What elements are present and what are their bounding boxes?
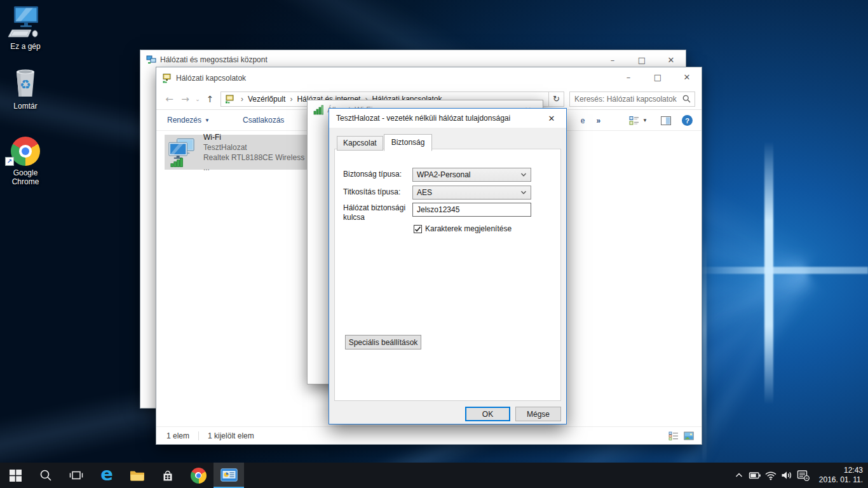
- search-input[interactable]: [570, 95, 682, 104]
- advanced-settings-button[interactable]: Speciális beállítások: [345, 335, 421, 349]
- window-title: Hálózati és megosztási központ: [160, 55, 268, 64]
- network-connections-window-icon: [162, 73, 172, 83]
- search-icon: [682, 95, 691, 103]
- edge-icon: e: [100, 465, 113, 484]
- taskbar-search-button[interactable]: [31, 463, 61, 488]
- breadcrumb-location-icon: [225, 95, 235, 104]
- file-explorer-icon: [129, 469, 146, 482]
- control-panel-icon: [220, 468, 238, 482]
- window-title: Hálózati kapcsolatok: [176, 74, 246, 83]
- wifi-status-window-icon: [313, 105, 323, 115]
- svg-text:♻: ♻: [20, 77, 31, 92]
- desktop-icon-google-chrome[interactable]: ↗ Google Chrome: [1, 130, 50, 186]
- recent-locations-chevron-icon[interactable]: ⌄: [193, 96, 202, 102]
- connect-button[interactable]: Csatlakozás: [243, 116, 284, 125]
- recycle-bin-icon: ♻: [1, 64, 50, 99]
- desktop-icon-this-pc[interactable]: Ez a gép: [1, 4, 50, 51]
- view-mode-icon[interactable]: [628, 115, 640, 126]
- taskbar-active-app-button[interactable]: [214, 463, 244, 488]
- status-bar: 1 elem 1 kijelölt elem: [156, 426, 702, 444]
- tab-kapcsolat[interactable]: Kapcsolat: [337, 136, 383, 151]
- wifi-connection-item[interactable]: Wi-Fi TesztHalozat Realtek RTL8188CE Wir…: [165, 135, 327, 170]
- wifi-icon[interactable]: [763, 463, 778, 488]
- sort-menu-button[interactable]: Rendezés: [167, 116, 201, 125]
- checkmark-icon: [414, 226, 421, 233]
- encryption-type-select[interactable]: AES: [412, 186, 531, 200]
- minimize-button[interactable]: –: [614, 67, 643, 86]
- clock-time: 12:43: [815, 466, 863, 475]
- ok-button[interactable]: OK: [465, 407, 510, 421]
- taskbar-chrome-button[interactable]: [183, 463, 214, 488]
- up-button[interactable]: ↑: [202, 94, 218, 104]
- taskbar-clock[interactable]: 12:43 2016. 01. 11.: [815, 466, 863, 485]
- covered-command-tail: e: [581, 116, 585, 125]
- view-mode-dropdown-icon[interactable]: ▼: [642, 118, 648, 123]
- this-pc-icon: [1, 4, 50, 39]
- close-button[interactable]: ✕: [672, 67, 702, 86]
- chevron-down-icon: [520, 189, 527, 196]
- volume-icon[interactable]: [778, 463, 794, 488]
- details-view-icon[interactable]: [668, 431, 679, 441]
- refresh-button[interactable]: ↻: [549, 92, 564, 107]
- search-box[interactable]: [569, 92, 695, 107]
- maximize-button[interactable]: □: [643, 67, 672, 86]
- hidden-icons-chevron-icon[interactable]: [731, 463, 747, 488]
- breadcrumb-separator-icon: ›: [238, 95, 247, 104]
- dialog-title: TesztHalozat - vezeték nélküli hálózat t…: [336, 114, 510, 123]
- desktop-icon-label: Ez a gép: [1, 42, 50, 51]
- encryption-type-label: Titkosítás típusa:: [343, 187, 410, 197]
- task-view-button[interactable]: [61, 463, 92, 488]
- chrome-icon: ↗: [1, 130, 50, 166]
- store-icon: [160, 468, 175, 483]
- cancel-button[interactable]: Mégse: [515, 407, 561, 421]
- screen: Ez a gép ♻ Lomtár ↗ Google Chrome: [0, 0, 868, 488]
- forward-button[interactable]: →: [177, 93, 193, 105]
- network-key-label: Hálózat biztonsági kulcsa: [343, 203, 410, 222]
- breadcrumb-item[interactable]: Vezérlőpult: [247, 95, 287, 104]
- security-type-select[interactable]: WPA2-Personal: [412, 168, 531, 182]
- back-button[interactable]: ←: [161, 93, 177, 105]
- breadcrumb-separator-icon: ›: [287, 95, 295, 104]
- selected-count: 1 kijelölt elem: [198, 431, 254, 440]
- task-view-icon: [69, 469, 84, 482]
- desktop-icon-recycle-bin[interactable]: ♻ Lomtár: [1, 64, 50, 111]
- wifi-adapter-icon: [167, 137, 198, 168]
- show-characters-label: Karakterek megjelenítése: [425, 224, 512, 233]
- command-bar-right: e » ▼ ?: [581, 110, 693, 131]
- system-tray: 12:43 2016. 01. 11.: [731, 463, 868, 488]
- network-key-input[interactable]: [412, 203, 531, 217]
- taskbar-store-button[interactable]: [153, 463, 183, 488]
- help-button[interactable]: ?: [682, 115, 693, 126]
- items-count: 1 elem: [166, 431, 189, 440]
- preview-pane-icon[interactable]: [660, 116, 672, 126]
- start-button[interactable]: [0, 463, 31, 488]
- security-type-value: WPA2-Personal: [413, 170, 520, 179]
- toolbar-overflow-button[interactable]: »: [596, 116, 600, 125]
- windows-logo-icon: [10, 470, 22, 482]
- show-characters-checkbox[interactable]: [414, 225, 422, 233]
- chevron-down-icon: [520, 172, 527, 178]
- tab-biztonsag[interactable]: Biztonság: [384, 134, 433, 151]
- dialog-tabs: Kapcsolat Biztonság: [337, 134, 433, 151]
- security-type-label: Biztonság típusa:: [343, 170, 410, 179]
- action-center-icon[interactable]: [794, 463, 812, 488]
- battery-icon[interactable]: [747, 463, 763, 488]
- clock-date: 2016. 01. 11.: [815, 475, 863, 485]
- thumbnail-view-icon[interactable]: [684, 431, 694, 441]
- wireless-properties-dialog[interactable]: TesztHalozat - vezeték nélküli hálózat t…: [329, 108, 567, 424]
- taskbar: e: [0, 463, 868, 488]
- taskbar-edge-button[interactable]: e: [92, 463, 122, 488]
- search-icon: [39, 468, 53, 482]
- encryption-type-value: AES: [413, 188, 520, 197]
- show-characters-row[interactable]: Karakterek megjelenítése: [414, 224, 512, 233]
- dropdown-arrow-icon: ▼: [205, 118, 210, 123]
- close-icon[interactable]: ✕: [537, 109, 566, 128]
- dialog-titlebar: TesztHalozat - vezeték nélküli hálózat t…: [329, 109, 566, 128]
- chrome-icon: [191, 468, 207, 484]
- sharing-center-window-icon: [146, 55, 156, 65]
- taskbar-file-explorer-button[interactable]: [122, 463, 153, 488]
- security-tab-page: Biztonság típusa: WPA2-Personal Titkosít…: [334, 149, 561, 401]
- desktop-icon-label: Google Chrome: [6, 168, 45, 186]
- desktop-icon-label: Lomtár: [1, 102, 50, 111]
- network-connections-titlebar: Hálózati kapcsolatok – □ ✕: [156, 67, 702, 88]
